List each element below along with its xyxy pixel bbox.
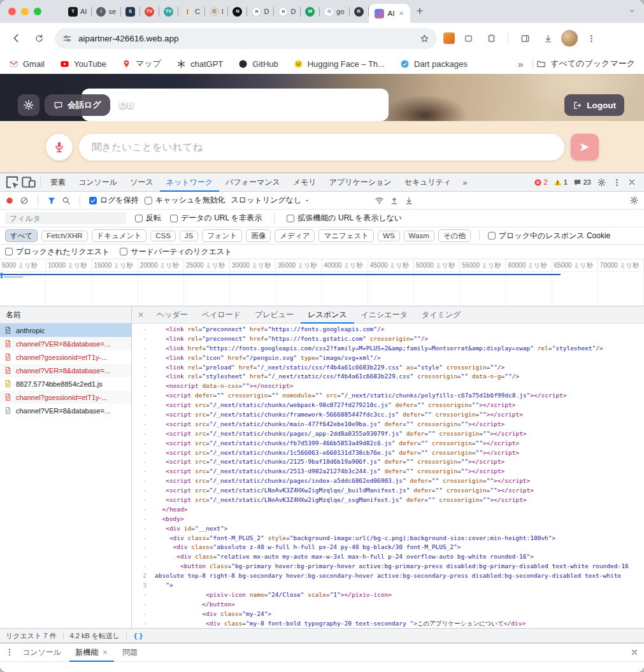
throttling-select[interactable]: スロットリングなし [231,195,311,206]
filter-chip[interactable]: 画像 [246,229,271,242]
filter-chip[interactable]: その他 [438,229,471,242]
devtools-tab[interactable]: ソース [124,173,160,192]
network-request-row[interactable]: channel?gsessionid=etT1y-... [0,390,131,404]
devtools-menu-icon[interactable] [612,178,622,187]
mic-button[interactable] [46,134,73,161]
record-network-log-button[interactable] [5,196,14,205]
hide-data-urls-checkbox[interactable]: データの URL を非表示 [170,213,262,224]
browser-tab[interactable]: N [228,0,247,23]
browser-tab[interactable]: TAI [64,0,91,23]
network-request-row[interactable]: channel?VER=8&database=... [0,337,131,350]
devtools-tab[interactable]: コンソール [72,173,124,192]
bookmark-item[interactable]: マップ [122,58,161,69]
inspect-element-button[interactable] [4,174,20,190]
settings-button[interactable] [18,94,39,116]
all-bookmarks-button[interactable]: すべてのブックマーク [536,58,635,69]
clear-network-log-button[interactable] [20,196,29,205]
filter-toggle-icon[interactable] [47,196,56,205]
devtools-tab[interactable]: メモリ [287,173,323,192]
bookmark-star-icon[interactable] [420,34,429,43]
back-button[interactable] [6,29,25,48]
filter-chip[interactable]: WS [378,231,400,241]
browser-tab[interactable]: M [301,0,319,23]
detail-tab[interactable]: レスポンス [301,306,354,324]
more-panels-button[interactable]: » [457,178,472,187]
filter-chip[interactable]: Wasm [404,231,434,241]
filter-chip[interactable]: Fetch/XHR [41,231,87,241]
close-drawer-tab-icon[interactable] [102,649,108,655]
filter-chip[interactable]: JS [180,231,198,241]
chat-input[interactable] [79,134,564,161]
send-button[interactable] [571,134,599,161]
downloads-button[interactable] [538,29,557,48]
drawer-menu-icon[interactable] [5,648,14,657]
profile-avatar[interactable] [561,30,578,46]
error-badge[interactable]: 2 [534,178,548,187]
zoom-window-button[interactable] [34,8,41,15]
network-overview[interactable] [0,272,644,306]
format-response-button[interactable]: {} [133,632,144,640]
network-filter-input[interactable] [5,212,126,224]
side-panel-button[interactable] [515,29,534,48]
screen-capture-button[interactable] [459,29,478,48]
bookmarks-overflow-button[interactable]: » [512,59,529,69]
preserve-log-checkbox[interactable]: ログを保持 [89,195,139,206]
close-window-button[interactable] [8,8,16,15]
browser-menu-button[interactable] [582,29,601,48]
close-drawer-button[interactable] [630,648,639,657]
browser-tab[interactable]: Ggo [320,0,348,23]
network-settings-icon[interactable] [629,196,639,205]
devtools-tab[interactable]: ネットワーク [160,173,219,192]
import-har-icon[interactable] [390,196,399,205]
bookmark-item[interactable]: YouTube [60,59,106,69]
response-code-viewer[interactable]: - <link rel="preconnect" href="https://f… [132,324,644,628]
bookmark-item[interactable]: Gmail [9,59,45,69]
browser-tab[interactable]: nD [274,0,300,23]
browser-tab[interactable]: S [121,0,140,23]
detail-tab[interactable]: ペイロード [195,306,248,324]
network-request-row[interactable]: anthropic [0,324,131,337]
extensions-button[interactable] [482,29,501,48]
drawer-tab-issues[interactable]: 問題 [117,643,143,662]
filter-chip[interactable]: ドキュメント [92,229,147,242]
browser-tab[interactable]: [C [178,0,204,23]
devtools-settings-icon[interactable] [597,178,606,187]
minimize-window-button[interactable] [21,8,29,15]
conversation-log-button[interactable]: 会話ログ [45,94,110,116]
filter-chip[interactable]: CSS [150,231,176,241]
invert-filter-checkbox[interactable]: 反転 [135,213,161,224]
bookmark-item[interactable]: GitHub [238,59,278,69]
network-request-row[interactable]: 8827.5774bbe8854c2ed1.js [0,377,131,390]
devtools-tab[interactable]: セキュリティ [398,173,458,192]
filter-chip[interactable]: フォント [202,229,242,242]
disable-cache-checkbox[interactable]: キャッシュを無効化 [145,195,225,206]
close-devtools-button[interactable] [627,178,636,187]
blocked-cookies-checkbox[interactable]: ブロック中のレスポンス Cookie [488,231,611,241]
device-toolbar-button[interactable] [20,174,37,190]
filter-chip[interactable]: マニフェスト [318,229,374,242]
reload-button[interactable] [29,29,48,48]
browser-tab[interactable]: R [350,0,368,23]
filter-chip[interactable]: すべて [5,229,38,242]
browser-tab[interactable]: TV [159,0,178,23]
name-column-header[interactable]: 名前 [0,306,131,324]
export-har-icon[interactable] [404,196,413,205]
detail-tab[interactable]: プレビュー [248,306,301,324]
bookmark-item[interactable]: Hugging Face – Th... [294,59,385,69]
network-request-row[interactable]: channel?VER=8&database=... [0,404,131,417]
third-party-checkbox[interactable]: サードパーティのリクエスト [120,247,232,257]
browser-tab-active[interactable]: AI [369,4,411,23]
network-request-row[interactable]: channel?gsessionid=etT1y-... [0,350,131,364]
hide-extension-urls-checkbox[interactable]: 拡張機能の URL を表示しない [287,213,402,224]
tab-search-button[interactable] [628,7,636,15]
network-search-icon[interactable] [62,196,71,205]
detail-tab[interactable]: イニシエータ [354,306,415,324]
browser-tab[interactable]: nD [247,0,273,23]
devtools-tab[interactable]: パフォーマンス [219,173,287,192]
browser-tab[interactable]: /se [92,0,120,23]
detail-tab[interactable]: ヘッダー [150,306,195,324]
browser-tab[interactable]: TV [140,0,159,23]
detail-tab[interactable]: タイミング [415,306,468,324]
drawer-tab-whats-new[interactable]: 新機能 [69,643,114,662]
browser-tab[interactable]: Cl [205,0,227,23]
